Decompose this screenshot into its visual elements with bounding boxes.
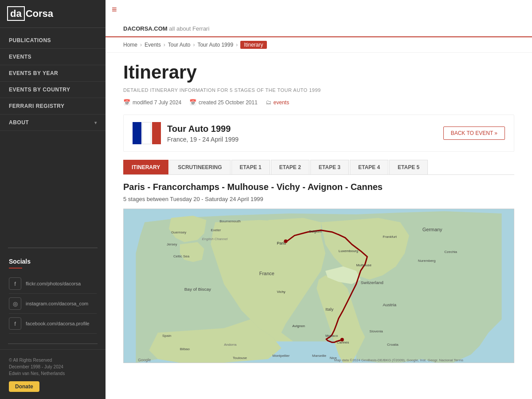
event-card: Tour Auto 1999 France, 19 - 24 April 199…: [123, 115, 514, 152]
tab-itinerary[interactable]: ITINERARY: [123, 160, 168, 174]
tab-etape3[interactable]: ETAPE 3: [310, 160, 349, 174]
svg-text:Luxembourg: Luxembourg: [339, 249, 358, 253]
divider: [8, 248, 98, 248]
svg-point-34: [284, 240, 287, 243]
svg-text:Exeter: Exeter: [211, 228, 221, 232]
instagram-link: instagram.com/dacorsa_com: [26, 301, 88, 306]
event-name: Tour Auto 1999: [167, 124, 239, 134]
svg-text:Nuremberg: Nuremberg: [418, 259, 436, 263]
route-title: Paris - Francorchamps - Mulhouse - Vichy…: [123, 182, 514, 192]
svg-text:Jersey: Jersey: [167, 242, 177, 246]
breadcrumb-tour-auto[interactable]: Tour Auto: [168, 42, 191, 48]
svg-text:Vichy: Vichy: [277, 290, 286, 294]
svg-text:Slovenia: Slovenia: [369, 329, 383, 333]
sidebar-nav: Publications Events Events By Year Event…: [0, 28, 106, 242]
tab-etape4[interactable]: ETAPE 4: [350, 160, 388, 174]
svg-text:Czechia: Czechia: [444, 250, 457, 254]
tab-etape1[interactable]: ETAPE 1: [231, 160, 270, 174]
route-map: Germany France Switzerland Italy Austria…: [123, 209, 514, 363]
svg-text:English Channel: English Channel: [202, 237, 228, 241]
meta-category: 🗂 events: [266, 99, 289, 106]
flag-white: [142, 122, 151, 144]
site-tagline: all about Ferrari: [169, 25, 209, 32]
tab-scrutineering[interactable]: SCRUTINEERING: [169, 160, 230, 174]
site-brand: DACORSA.COM: [123, 25, 168, 32]
tab-etape2[interactable]: ETAPE 2: [271, 160, 309, 174]
svg-text:Spain: Spain: [162, 334, 171, 338]
breadcrumb-tour-auto-1999[interactable]: Tour Auto 1999: [197, 42, 233, 48]
page-title: Itinerary: [123, 62, 514, 83]
breadcrumb-active: Itinerary: [240, 41, 266, 49]
svg-text:Frankfurt: Frankfurt: [383, 235, 397, 239]
breadcrumb-events[interactable]: Events: [145, 42, 161, 48]
socials-title: Socials: [9, 258, 97, 265]
flickr-link: flickr.com/photos/dacorsa: [26, 281, 81, 286]
flickr-icon: f: [9, 277, 21, 290]
tab-etape5[interactable]: ETAPE 5: [389, 160, 428, 174]
sep-3: ›: [193, 42, 195, 48]
svg-text:Monaco: Monaco: [325, 334, 338, 338]
svg-text:France: France: [259, 271, 274, 276]
site-header: DACORSA.COM all about Ferrari: [106, 19, 532, 37]
meta-line: 📅 modified 7 July 2024 📅 created 25 Octo…: [123, 99, 514, 106]
sep-2: ›: [164, 42, 165, 48]
copyright: © All Rights Reserved: [9, 357, 97, 363]
divider-2: [8, 344, 98, 344]
svg-text:Italy: Italy: [325, 307, 333, 312]
category-link[interactable]: events: [274, 99, 289, 106]
facebook-icon: f: [9, 317, 21, 330]
svg-text:Bournemouth: Bournemouth: [219, 219, 241, 223]
sidebar-item-ferrari-registry[interactable]: Ferrari Registry: [0, 98, 106, 115]
sidebar-item-events-by-country[interactable]: Events By Country: [0, 82, 106, 98]
sep-1: ›: [140, 42, 142, 48]
social-facebook[interactable]: f facebook.com/dacorsa.profile: [9, 314, 97, 334]
svg-text:Marseille: Marseille: [312, 354, 326, 358]
sidebar-footer: © All Rights Reserved December 1998 - Ju…: [0, 349, 106, 399]
flag-red: [152, 122, 161, 144]
logo-area: daCorsa: [0, 0, 106, 28]
breadcrumb: Home › Events › Tour Auto › Tour Auto 19…: [106, 37, 532, 53]
socials-underline: [9, 268, 22, 269]
back-to-event-button[interactable]: BACK TO EVENT »: [443, 126, 505, 140]
event-info: Tour Auto 1999 France, 19 - 24 April 199…: [167, 124, 239, 143]
svg-text:Celtic Sea: Celtic Sea: [173, 254, 190, 258]
chevron-down-icon: ▾: [94, 120, 97, 125]
svg-text:Mulhouse: Mulhouse: [356, 263, 372, 267]
sidebar-item-publications[interactable]: Publications: [0, 32, 106, 49]
svg-text:Avignon: Avignon: [292, 324, 305, 328]
site-title-line: DACORSA.COM all about Ferrari: [123, 25, 514, 32]
sidebar-item-about[interactable]: About ▾: [0, 115, 106, 131]
svg-text:Croatia: Croatia: [387, 343, 399, 347]
svg-text:Google: Google: [138, 358, 151, 362]
svg-text:Switzerland: Switzerland: [360, 280, 383, 285]
svg-text:Montpellier: Montpellier: [273, 354, 290, 358]
socials-section: Socials f flickr.com/photos/dacorsa ◎ in…: [0, 253, 106, 338]
meta-modified: 📅 modified 7 July 2024: [123, 99, 181, 106]
sidebar-item-events-by-year[interactable]: Events By Year: [0, 65, 106, 82]
period: December 1998 - July 2024: [9, 363, 97, 370]
donate-button[interactable]: Donate: [9, 381, 39, 392]
map-svg: Germany France Switzerland Italy Austria…: [124, 209, 514, 363]
flag-blue: [133, 122, 141, 144]
sidebar-item-events[interactable]: Events: [0, 49, 106, 65]
logo-corsa: Corsa: [26, 8, 53, 19]
breadcrumb-home[interactable]: Home: [123, 42, 137, 48]
meta-created: 📅 created 25 October 2011: [189, 99, 258, 106]
hamburger-icon[interactable]: ≡: [106, 0, 123, 19]
author: Edwin van Nes, Netherlands: [9, 370, 97, 377]
svg-text:Belgium: Belgium: [309, 229, 322, 233]
event-detail: France, 19 - 24 April 1999: [167, 136, 239, 143]
svg-point-35: [340, 338, 344, 341]
social-flickr[interactable]: f flickr.com/photos/dacorsa: [9, 274, 97, 294]
svg-text:Toulouse: Toulouse: [233, 356, 247, 360]
svg-text:Bay of Biscay: Bay of Biscay: [184, 287, 211, 292]
main-content: ≡ DACORSA.COM all about Ferrari Home › E…: [106, 0, 532, 399]
svg-text:Andorra: Andorra: [224, 343, 237, 347]
svg-text:Guernsey: Guernsey: [171, 230, 186, 234]
folder-icon: 🗂: [266, 99, 271, 106]
site-logo[interactable]: daCorsa: [7, 8, 53, 20]
social-instagram[interactable]: ◎ instagram.com/dacorsa_com: [9, 294, 97, 314]
french-flag: [133, 122, 161, 144]
tabs: ITINERARY SCRUTINEERING ETAPE 1 ETAPE 2 …: [123, 160, 514, 175]
page-subtitle: DETAILED ITINERARY INFORMATION FOR 5 STA…: [123, 87, 514, 93]
